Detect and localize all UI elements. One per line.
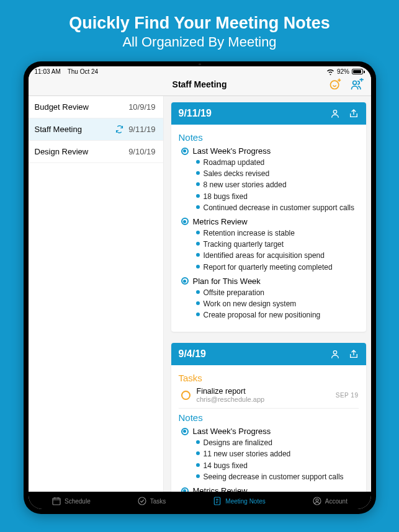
svg-point-0 [330,81,338,89]
page-title: Staff Meeting [173,79,227,89]
tab-bar: Schedule Tasks Meeting Notes Account [29,492,371,509]
topic[interactable]: Metrics Review [181,217,359,226]
tasks-heading: Tasks [179,373,359,383]
radio-icon [181,277,189,285]
meeting-date: 9/10/19 [128,147,155,156]
svg-point-5 [138,497,146,505]
sidebar-item-staff-meeting[interactable]: Staff Meeting 9/11/19 [29,118,163,141]
notes-main[interactable]: 9/11/19 Notes [164,96,371,492]
radio-icon [181,148,189,155]
status-time: 11:03 AM [35,68,61,75]
sidebar-item-design-review[interactable]: Design Review 9/10/19 [29,141,163,163]
svg-point-3 [333,351,336,354]
tablet-frame: 11:03 AM Thu Oct 24 92% Staff Meet [24,61,376,514]
notes-heading: Notes [179,132,359,143]
bullet-list: Retention increase is stable Tracking qu… [196,228,359,273]
svg-rect-4 [53,498,60,505]
battery-icon [352,69,365,74]
status-date: Thu Oct 24 [68,68,98,75]
meeting-name: Staff Meeting [35,125,82,134]
tab-meeting-notes[interactable]: Meeting Notes [212,496,265,506]
meeting-date: 10/9/19 [128,102,155,112]
promo-header: Quickly Find Your Meeting Notes All Orga… [0,0,399,61]
sidebar-item-budget-review[interactable]: Budget Review 10/9/19 [29,96,163,118]
task-row[interactable]: Finalize report chris@reschedule.app SEP… [179,386,359,409]
tab-tasks[interactable]: Tasks [137,496,166,506]
topic[interactable]: Last Week's Progress [181,427,359,436]
person-icon[interactable] [330,349,340,359]
note-card: 9/11/19 Notes [171,102,366,332]
task-checkbox-icon[interactable] [181,391,191,400]
promo-headline: Quickly Find Your Meeting Notes [12,14,387,33]
card-date: 9/11/19 [179,108,212,119]
notes-heading: Notes [179,412,359,423]
person-icon[interactable] [330,109,340,118]
bullet-list: Roadmap updated Sales decks revised 8 ne… [196,157,359,213]
promo-subline: All Organized By Meeting [12,34,387,50]
add-reaction-icon[interactable] [329,78,341,91]
wifi-icon [326,69,334,75]
radio-icon [181,218,189,225]
battery-percent: 92% [337,68,349,75]
tab-account[interactable]: Account [312,496,347,506]
share-icon[interactable] [349,109,359,118]
radio-icon [181,487,189,492]
tab-schedule[interactable]: Schedule [52,496,91,506]
meeting-name: Design Review [35,147,89,156]
bullet-list: Designs are finalized 11 new user storie… [196,437,359,482]
task-due: SEP 19 [336,392,359,399]
note-card: 9/4/19 Tasks [171,343,366,492]
topic[interactable]: Last Week's Progress [181,146,359,156]
svg-point-1 [352,81,356,85]
status-bar: 11:03 AM Thu Oct 24 92% [29,66,371,76]
svg-point-2 [333,110,336,113]
meeting-name: Budget Review [35,102,89,112]
topic[interactable]: Plan for This Week [181,277,359,286]
sync-icon [115,125,123,133]
app-header: Staff Meeting [29,76,371,96]
add-people-icon[interactable] [350,78,364,91]
radio-icon [181,428,189,435]
card-date: 9/4/19 [179,348,206,360]
svg-point-8 [316,499,318,502]
meeting-date: 9/11/19 [128,125,155,134]
meetings-sidebar: Budget Review 10/9/19 Staff Meeting 9/11… [29,96,164,492]
bullet-list: Offsite preparation Work on new design s… [196,287,359,321]
topic[interactable]: Metrics Review [181,486,359,492]
share-icon[interactable] [349,349,359,359]
